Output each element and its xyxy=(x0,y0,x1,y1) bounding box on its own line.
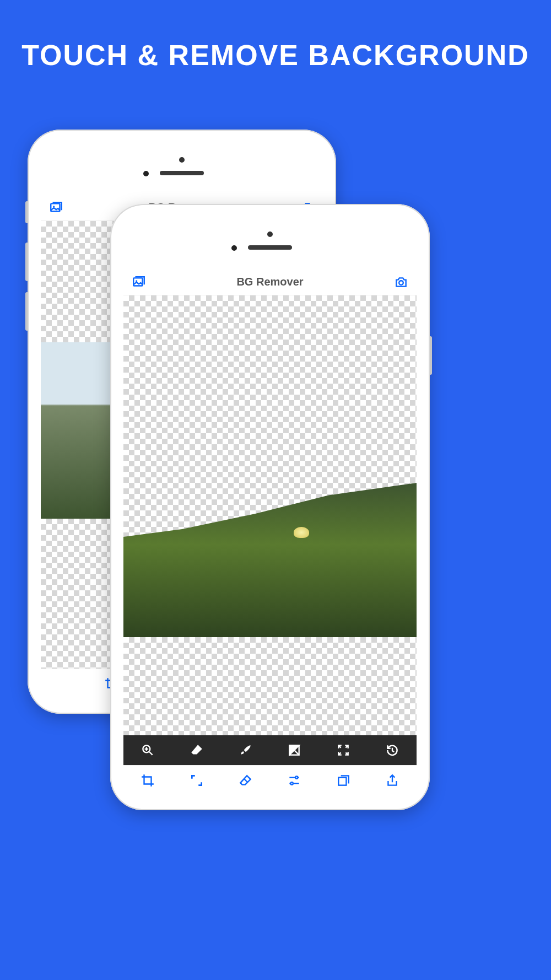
share-icon xyxy=(385,773,399,788)
gallery-button[interactable] xyxy=(130,273,148,291)
invert-tool[interactable] xyxy=(283,739,305,761)
eraser-tool[interactable] xyxy=(186,739,208,761)
sliders-icon xyxy=(287,773,301,788)
history-icon xyxy=(385,743,399,757)
bottom-toolbar xyxy=(123,765,417,795)
phone-sensor xyxy=(231,245,237,251)
brush-tool[interactable] xyxy=(235,739,257,761)
adjust-tool[interactable] xyxy=(283,769,305,791)
crop-icon xyxy=(141,773,155,788)
gallery-button[interactable] xyxy=(47,199,65,217)
brush-icon xyxy=(239,743,253,757)
share-button[interactable] xyxy=(381,769,403,791)
phone-sensor xyxy=(143,171,149,176)
svg-rect-10 xyxy=(338,777,346,785)
expand-icon xyxy=(336,743,350,757)
eraser-icon xyxy=(190,743,204,757)
eraser-mode-tool[interactable] xyxy=(235,769,257,791)
corners-tool[interactable] xyxy=(186,769,208,791)
layers-icon xyxy=(336,773,350,788)
tools-toolbar xyxy=(123,735,417,765)
app-screen-front: BG Remover xyxy=(123,269,417,795)
promo-headline: Touch & Remove Background xyxy=(0,0,551,72)
editing-canvas[interactable] xyxy=(123,295,417,735)
gallery-icon xyxy=(49,201,63,215)
layers-tool[interactable] xyxy=(332,769,354,791)
gallery-icon xyxy=(132,275,146,289)
photo-foreground xyxy=(123,483,417,637)
history-tool[interactable] xyxy=(381,739,403,761)
app-navbar: BG Remover xyxy=(123,269,417,295)
app-title: BG Remover xyxy=(236,276,303,288)
zoom-in-icon xyxy=(141,743,155,757)
svg-point-9 xyxy=(291,782,293,784)
expand-tool[interactable] xyxy=(332,739,354,761)
eraser-tool-icon xyxy=(239,773,253,788)
svg-point-8 xyxy=(295,776,298,778)
camera-icon xyxy=(394,275,408,289)
phone-mockup-front: BG Remover xyxy=(110,204,430,810)
camera-button[interactable] xyxy=(392,273,410,291)
svg-rect-3 xyxy=(133,278,142,286)
svg-point-5 xyxy=(399,281,403,285)
svg-rect-0 xyxy=(51,203,60,211)
invert-icon xyxy=(287,743,301,757)
phone-speaker xyxy=(160,171,204,175)
photo-flower xyxy=(294,527,309,538)
phone-speaker xyxy=(248,245,292,250)
corners-icon xyxy=(190,773,204,788)
crop-tool[interactable] xyxy=(137,769,159,791)
zoom-in-tool[interactable] xyxy=(137,739,159,761)
